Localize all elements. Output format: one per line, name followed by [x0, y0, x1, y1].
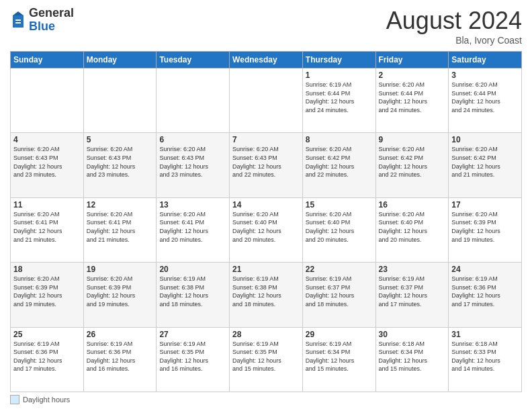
calendar-week-row: 1Sunrise: 6:19 AM Sunset: 6:44 PM Daylig… [11, 68, 522, 133]
day-number: 25 [13, 330, 81, 339]
day-number: 31 [451, 330, 519, 339]
day-number: 5 [87, 135, 154, 144]
calendar-cell: 9Sunrise: 6:20 AM Sunset: 6:42 PM Daylig… [375, 133, 449, 197]
footer-box [10, 395, 19, 404]
day-info: Sunrise: 6:20 AM Sunset: 6:41 PM Dayligh… [159, 210, 226, 244]
calendar-cell: 12Sunrise: 6:20 AM Sunset: 6:41 PM Dayli… [83, 197, 157, 262]
logo-text: General Blue [29, 7, 74, 34]
day-info: Sunrise: 6:20 AM Sunset: 6:41 PM Dayligh… [87, 210, 154, 244]
day-info: Sunrise: 6:19 AM Sunset: 6:38 PM Dayligh… [232, 275, 300, 308]
day-of-week-header: Saturday [449, 52, 522, 68]
day-number: 15 [306, 200, 373, 210]
location: Bla, Ivory Coast [386, 35, 522, 46]
day-of-week-header: Wednesday [230, 52, 303, 68]
day-info: Sunrise: 6:19 AM Sunset: 6:37 PM Dayligh… [306, 275, 373, 308]
svg-marker-0 [13, 15, 24, 28]
day-number: 10 [451, 135, 519, 144]
calendar-week-row: 11Sunrise: 6:20 AM Sunset: 6:41 PM Dayli… [11, 197, 522, 262]
calendar-cell: 26Sunrise: 6:19 AM Sunset: 6:36 PM Dayli… [83, 327, 157, 392]
day-of-week-header: Tuesday [157, 52, 230, 68]
calendar-cell: 7Sunrise: 6:20 AM Sunset: 6:43 PM Daylig… [230, 133, 303, 197]
month-title: August 2024 [386, 7, 522, 35]
day-number: 8 [306, 135, 373, 144]
day-info: Sunrise: 6:19 AM Sunset: 6:34 PM Dayligh… [306, 340, 373, 373]
day-info: Sunrise: 6:20 AM Sunset: 6:40 PM Dayligh… [379, 210, 446, 244]
calendar-cell: 19Sunrise: 6:20 AM Sunset: 6:39 PM Dayli… [83, 263, 157, 327]
day-info: Sunrise: 6:20 AM Sunset: 6:40 PM Dayligh… [306, 210, 373, 244]
calendar-cell: 1Sunrise: 6:19 AM Sunset: 6:44 PM Daylig… [302, 68, 375, 133]
calendar-cell: 5Sunrise: 6:20 AM Sunset: 6:43 PM Daylig… [83, 133, 157, 197]
day-of-week-header: Monday [83, 52, 157, 68]
calendar-cell: 15Sunrise: 6:20 AM Sunset: 6:40 PM Dayli… [302, 197, 375, 262]
day-number: 2 [379, 71, 446, 80]
day-info: Sunrise: 6:20 AM Sunset: 6:40 PM Dayligh… [232, 210, 300, 244]
calendar-cell: 23Sunrise: 6:19 AM Sunset: 6:37 PM Dayli… [375, 263, 449, 327]
day-info: Sunrise: 6:20 AM Sunset: 6:43 PM Dayligh… [87, 145, 154, 179]
day-of-week-header: Sunday [11, 52, 84, 68]
day-number: 4 [13, 135, 81, 144]
calendar-cell: 31Sunrise: 6:18 AM Sunset: 6:33 PM Dayli… [449, 327, 522, 392]
header: General Blue August 2024 Bla, Ivory Coas… [10, 7, 522, 46]
day-number: 18 [13, 265, 81, 274]
page: General Blue August 2024 Bla, Ivory Coas… [0, 0, 532, 411]
svg-rect-2 [15, 19, 21, 21]
day-info: Sunrise: 6:20 AM Sunset: 6:39 PM Dayligh… [87, 275, 154, 308]
svg-marker-1 [13, 11, 24, 15]
calendar-cell: 18Sunrise: 6:20 AM Sunset: 6:39 PM Dayli… [11, 263, 84, 327]
day-number: 17 [451, 200, 519, 210]
day-number: 21 [232, 265, 300, 274]
day-number: 24 [451, 265, 519, 274]
calendar-cell: 10Sunrise: 6:20 AM Sunset: 6:42 PM Dayli… [449, 133, 522, 197]
footer: Daylight hours [10, 395, 522, 404]
logo-icon [10, 10, 26, 30]
day-number: 6 [159, 135, 226, 144]
day-info: Sunrise: 6:19 AM Sunset: 6:37 PM Dayligh… [379, 275, 446, 308]
calendar-cell: 14Sunrise: 6:20 AM Sunset: 6:40 PM Dayli… [230, 197, 303, 262]
day-number: 13 [159, 200, 226, 210]
day-info: Sunrise: 6:19 AM Sunset: 6:36 PM Dayligh… [451, 275, 519, 308]
day-number: 16 [379, 200, 446, 210]
day-info: Sunrise: 6:19 AM Sunset: 6:44 PM Dayligh… [306, 81, 373, 114]
calendar-cell: 29Sunrise: 6:19 AM Sunset: 6:34 PM Dayli… [302, 327, 375, 392]
day-of-week-header: Thursday [302, 52, 375, 68]
day-number: 27 [159, 330, 226, 339]
calendar-cell: 3Sunrise: 6:20 AM Sunset: 6:44 PM Daylig… [449, 68, 522, 133]
calendar-cell: 20Sunrise: 6:19 AM Sunset: 6:38 PM Dayli… [157, 263, 230, 327]
day-info: Sunrise: 6:19 AM Sunset: 6:35 PM Dayligh… [232, 340, 300, 373]
footer-label: Daylight hours [23, 396, 70, 404]
calendar-cell: 11Sunrise: 6:20 AM Sunset: 6:41 PM Dayli… [11, 197, 84, 262]
calendar-week-row: 4Sunrise: 6:20 AM Sunset: 6:43 PM Daylig… [11, 133, 522, 197]
day-number: 23 [379, 265, 446, 274]
day-number: 11 [13, 200, 81, 210]
day-info: Sunrise: 6:18 AM Sunset: 6:33 PM Dayligh… [451, 340, 519, 373]
day-info: Sunrise: 6:19 AM Sunset: 6:36 PM Dayligh… [87, 340, 154, 373]
logo: General Blue [10, 7, 74, 34]
logo-general-text: General [29, 7, 74, 20]
day-info: Sunrise: 6:20 AM Sunset: 6:43 PM Dayligh… [13, 145, 81, 179]
calendar-week-row: 25Sunrise: 6:19 AM Sunset: 6:36 PM Dayli… [11, 327, 522, 392]
calendar-cell: 21Sunrise: 6:19 AM Sunset: 6:38 PM Dayli… [230, 263, 303, 327]
day-number: 29 [306, 330, 373, 339]
calendar-cell: 27Sunrise: 6:19 AM Sunset: 6:35 PM Dayli… [157, 327, 230, 392]
day-info: Sunrise: 6:20 AM Sunset: 6:42 PM Dayligh… [379, 145, 446, 179]
logo-blue-text: Blue [29, 20, 74, 34]
day-of-week-header: Friday [375, 52, 449, 68]
day-number: 3 [451, 71, 519, 80]
day-info: Sunrise: 6:19 AM Sunset: 6:38 PM Dayligh… [159, 275, 226, 308]
day-number: 30 [379, 330, 446, 339]
day-info: Sunrise: 6:20 AM Sunset: 6:39 PM Dayligh… [13, 275, 81, 308]
day-info: Sunrise: 6:19 AM Sunset: 6:35 PM Dayligh… [159, 340, 226, 373]
calendar-cell: 6Sunrise: 6:20 AM Sunset: 6:43 PM Daylig… [157, 133, 230, 197]
calendar-cell: 30Sunrise: 6:18 AM Sunset: 6:34 PM Dayli… [375, 327, 449, 392]
day-info: Sunrise: 6:20 AM Sunset: 6:39 PM Dayligh… [451, 210, 519, 244]
day-info: Sunrise: 6:20 AM Sunset: 6:42 PM Dayligh… [451, 145, 519, 179]
day-info: Sunrise: 6:18 AM Sunset: 6:34 PM Dayligh… [379, 340, 446, 373]
day-info: Sunrise: 6:20 AM Sunset: 6:44 PM Dayligh… [379, 81, 446, 114]
calendar-cell: 17Sunrise: 6:20 AM Sunset: 6:39 PM Dayli… [449, 197, 522, 262]
day-info: Sunrise: 6:19 AM Sunset: 6:36 PM Dayligh… [13, 340, 81, 373]
calendar-cell: 24Sunrise: 6:19 AM Sunset: 6:36 PM Dayli… [449, 263, 522, 327]
day-info: Sunrise: 6:20 AM Sunset: 6:43 PM Dayligh… [159, 145, 226, 179]
day-info: Sunrise: 6:20 AM Sunset: 6:42 PM Dayligh… [306, 145, 373, 179]
calendar-cell [157, 68, 230, 133]
calendar-cell: 13Sunrise: 6:20 AM Sunset: 6:41 PM Dayli… [157, 197, 230, 262]
